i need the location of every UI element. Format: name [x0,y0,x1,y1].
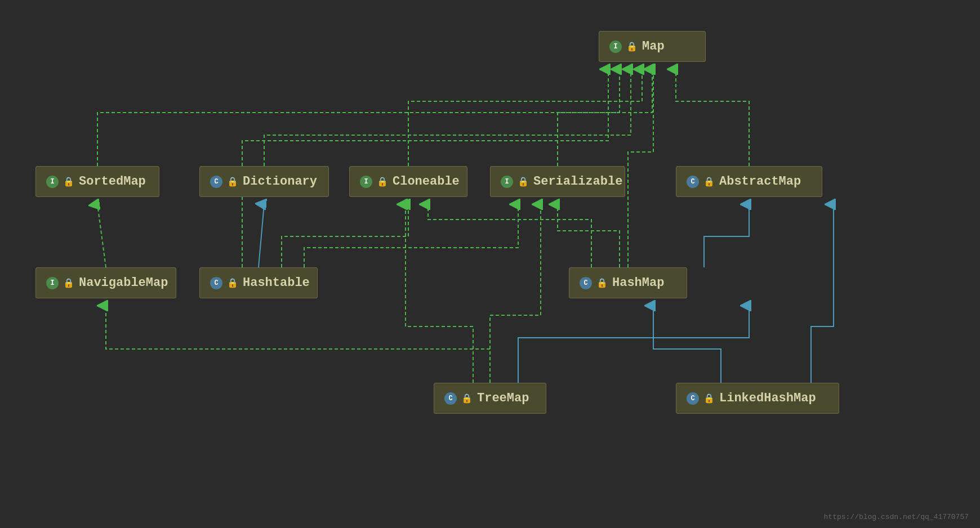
label-serializable: Serializable [533,174,622,189]
serializable-map-line [558,69,652,166]
badge-sortedmap: I [46,176,59,188]
badge-abstractmap: C [687,176,699,188]
lock-navigablemap: 🔒 [63,278,74,289]
badge-treemap: C [444,392,457,405]
hashmap-serializable-line [558,204,620,267]
badge-map: I [609,41,622,53]
lock-hashtable: 🔒 [227,278,238,289]
hashtable-dictionary-line [259,204,264,267]
lock-hashmap: 🔒 [596,278,608,289]
treemap-abstractmap-line [518,306,749,383]
badge-hashmap: C [580,277,592,289]
node-sortedmap: I 🔒 SortedMap [35,166,159,197]
label-cloneable: Cloneable [393,174,460,189]
label-navigablemap: NavigableMap [79,276,168,290]
abstractmap-map-line [676,69,749,166]
node-navigablemap: I 🔒 NavigableMap [35,267,176,298]
watermark: https://blog.csdn.net/qq_41770757 [824,513,969,521]
lock-linkedhashmap: 🔒 [703,393,715,404]
badge-cloneable: I [360,176,372,188]
node-serializable: I 🔒 Serializable [490,166,625,197]
lock-sortedmap: 🔒 [63,176,74,187]
lock-treemap: 🔒 [461,393,473,404]
node-cloneable: I 🔒 Cloneable [349,166,467,197]
cloneable-map-line [408,69,642,166]
treemap-serializable-line [490,204,541,383]
sortedmap-map-line [97,69,620,166]
lock-dictionary: 🔒 [227,176,238,187]
navigablemap-sortedmap-line [97,204,106,267]
badge-dictionary: C [210,176,222,188]
label-treemap: TreeMap [477,391,529,405]
treemap-navigablemap-line [106,306,490,383]
label-hashmap: HashMap [612,276,664,290]
label-map: Map [642,39,665,53]
lock-map: 🔒 [626,41,638,52]
lock-cloneable: 🔒 [377,176,388,187]
node-treemap: C 🔒 TreeMap [434,383,546,414]
node-linkedhashmap: C 🔒 LinkedHashMap [676,383,839,414]
treemap-cloneable-line [406,204,473,383]
node-map: I 🔒 Map [599,31,706,62]
label-dictionary: Dictionary [243,174,317,189]
node-dictionary: C 🔒 Dictionary [199,166,329,197]
badge-navigablemap: I [46,277,59,289]
connections-svg [0,0,980,528]
lock-abstractmap: 🔒 [703,176,715,187]
node-hashmap: C 🔒 HashMap [569,267,687,298]
lock-serializable: 🔒 [518,176,529,187]
badge-hashtable: C [210,277,222,289]
dictionary-map-line [264,69,631,166]
label-hashtable: Hashtable [243,276,310,290]
badge-linkedhashmap: C [687,392,699,405]
label-abstractmap: AbstractMap [719,174,801,189]
hashtable-serializable-line [304,204,518,267]
node-hashtable: C 🔒 Hashtable [199,267,318,298]
hashtable-cloneable-line [282,204,408,267]
label-sortedmap: SortedMap [79,174,146,189]
hashmap-map-line [628,69,653,267]
label-linkedhashmap: LinkedHashMap [719,391,816,405]
linkedhashmap-abstractmap-line [811,204,834,383]
linkedhashmap-hashmap-line [653,306,721,383]
hashmap-abstractmap-line [704,204,749,267]
badge-serializable: I [501,176,513,188]
node-abstractmap: C 🔒 AbstractMap [676,166,822,197]
hashmap-cloneable-line [428,204,591,267]
